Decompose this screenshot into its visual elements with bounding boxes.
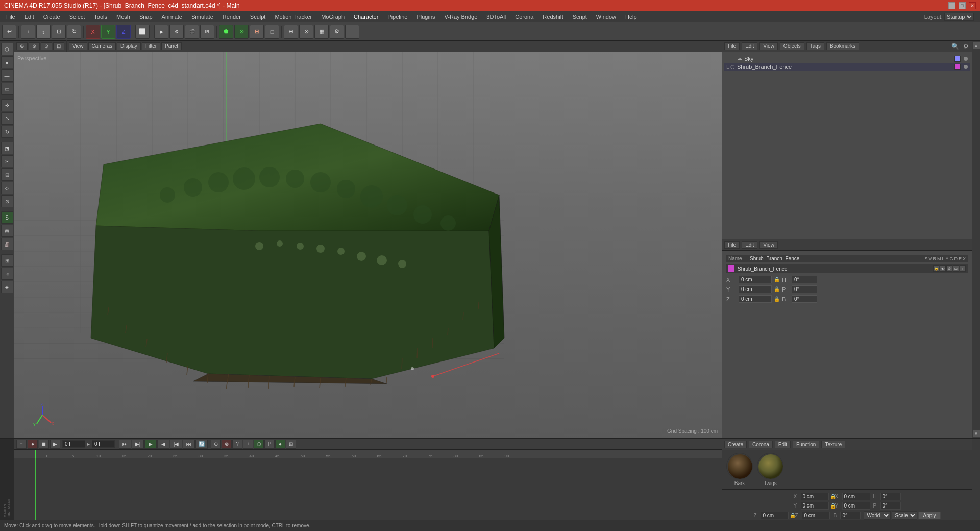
menu-tools[interactable]: Tools (90, 13, 111, 21)
pb-mode-4[interactable]: + (243, 440, 253, 449)
extra-button[interactable]: ≡ (345, 25, 359, 39)
viewport-rotate-button[interactable]: ⊙ (234, 25, 249, 39)
rotate-button[interactable]: ↻ (67, 25, 81, 39)
tl-record-btn[interactable]: ● (28, 440, 38, 449)
viewport-move-button[interactable]: ⬟ (219, 25, 233, 39)
render-ir-button[interactable]: IR (200, 25, 214, 39)
attr-view-menu[interactable]: View (760, 241, 778, 249)
weld-tool-button[interactable]: ⊙ (1, 195, 13, 207)
om-view-menu[interactable]: View (760, 42, 778, 50)
viewport-scale-button[interactable]: ⊞ (250, 25, 264, 39)
me-edit-menu[interactable]: Edit (775, 441, 791, 448)
axis-x-button[interactable]: X (86, 25, 100, 39)
menu-edit[interactable]: Edit (20, 13, 38, 21)
enable-axis-button[interactable]: ⊗ (299, 25, 313, 39)
render-to-view-button[interactable]: ▶ (154, 25, 168, 39)
render-queue-button[interactable]: 🎬 (185, 25, 199, 39)
mode-object-button[interactable]: ⬡ (1, 43, 13, 55)
weight-tool-button[interactable]: W (1, 225, 13, 237)
new-object-button[interactable]: + (21, 25, 35, 39)
om-file-menu[interactable]: File (724, 42, 740, 50)
tl-stop-btn[interactable]: ⏹ (39, 440, 49, 449)
menu-help[interactable]: Help (621, 13, 641, 21)
axis-z-button[interactable]: Z (116, 25, 131, 39)
attr-b-input[interactable] (792, 295, 817, 303)
mode-polygon-button[interactable]: ▭ (1, 83, 13, 95)
attr-y-input[interactable] (739, 285, 772, 293)
om-objects-menu[interactable]: Objects (780, 42, 804, 50)
pb-start-btn[interactable]: ⏮ (183, 440, 195, 449)
attr-h-input[interactable] (792, 276, 817, 283)
tl-frame-input[interactable] (62, 440, 85, 448)
menu-create[interactable]: Create (39, 13, 64, 21)
menu-vray[interactable]: V-Ray Bridge (440, 13, 482, 21)
viewport-3d[interactable]: Perspective Grid Spacing : 100 cm X Y Z (14, 52, 722, 438)
coord-z-field[interactable] (761, 512, 789, 519)
menu-character[interactable]: Character (350, 13, 382, 21)
om-gear-icon[interactable]: ⚙ (963, 43, 970, 50)
vp-nav-2[interactable]: ⊗ (29, 42, 40, 50)
rotate-tool-button[interactable]: ↻ (1, 126, 13, 138)
attr-file-menu[interactable]: File (724, 241, 740, 249)
pb-end-btn[interactable]: ⏭ (119, 440, 131, 449)
vp-nav-3[interactable]: ⊙ (41, 42, 52, 50)
texture-tool-button[interactable]: ◈ (1, 281, 13, 293)
scale-tool-button[interactable]: ⤡ (1, 112, 13, 125)
viewport-display-button[interactable]: □ (265, 25, 279, 39)
close-button[interactable]: ✕ (969, 2, 976, 9)
vp-panel-menu[interactable]: Panel (161, 42, 182, 50)
attr-p-input[interactable] (792, 285, 817, 293)
menu-mograph[interactable]: MoGraph (317, 13, 349, 21)
coord-p-field[interactable] (880, 502, 901, 510)
hair-tool-button[interactable]: ≋ (1, 268, 13, 280)
tl-menu-btn[interactable]: ≡ (16, 440, 27, 449)
coord-x-field[interactable] (801, 493, 829, 500)
config-button[interactable]: ⚙ (330, 25, 344, 39)
pb-prev-btn[interactable]: |◀ (170, 440, 182, 449)
cs-up-btn[interactable]: ▲ (973, 42, 980, 49)
menu-simulate[interactable]: Simulate (187, 13, 217, 21)
select-all-button[interactable]: ⬜ (135, 25, 150, 39)
grid-tool-button[interactable]: ⊞ (1, 254, 13, 267)
menu-pipeline[interactable]: Pipeline (383, 13, 411, 21)
attr-icon-m[interactable]: M (953, 266, 959, 272)
pb-mode-7[interactable]: ● (275, 440, 285, 449)
bevel-tool-button[interactable]: ◇ (1, 182, 13, 194)
menu-script[interactable]: Script (569, 13, 591, 21)
extrude-tool-button[interactable]: ⊟ (1, 168, 13, 181)
pb-loop-btn[interactable]: 🔄 (195, 440, 208, 449)
vp-cameras-menu[interactable]: Cameras (88, 42, 116, 50)
vp-filter-menu[interactable]: Filter (142, 42, 160, 50)
menu-file[interactable]: File (2, 13, 19, 21)
menu-redshift[interactable]: Redshift (538, 13, 567, 21)
attr-icon-eye[interactable]: 👁 (940, 266, 946, 272)
menu-animate[interactable]: Animate (158, 13, 186, 21)
tl-play-btn[interactable]: ▶ (50, 440, 60, 449)
undo-button[interactable]: ↩ (2, 25, 16, 39)
world-dropdown[interactable]: World Object World (864, 511, 891, 520)
mode-edge-button[interactable]: — (1, 69, 13, 82)
sculpt-tool-button[interactable]: 🗿 (1, 238, 13, 250)
minimize-button[interactable]: — (948, 2, 955, 9)
selection-tool-button[interactable]: ⬔ (1, 142, 13, 154)
menu-select[interactable]: Select (65, 13, 89, 21)
attr-edit-menu[interactable]: Edit (742, 241, 757, 249)
axis-y-button[interactable]: Y (101, 25, 115, 39)
om-bookmarks-menu[interactable]: Bookmarks (826, 42, 859, 50)
tl-endframe-input[interactable] (92, 440, 115, 448)
attr-x-input[interactable] (739, 276, 772, 283)
scale-button[interactable]: ⊡ (52, 25, 66, 39)
vp-nav-1[interactable]: ⊕ (16, 42, 28, 50)
pb-play-rev-btn[interactable]: ◀ (157, 440, 169, 449)
menu-snap[interactable]: Snap (135, 13, 157, 21)
render-settings-button[interactable]: ⚙ (169, 25, 184, 39)
snap-toggle-button[interactable]: ⊕ (284, 25, 298, 39)
coord-y-field[interactable] (801, 502, 829, 510)
menu-plugins[interactable]: Plugins (412, 13, 439, 21)
attr-icon-lock[interactable]: 🔒 (933, 266, 939, 272)
pb-next-btn[interactable]: ▶| (132, 440, 144, 449)
menu-render[interactable]: Render (218, 13, 245, 21)
playhead[interactable] (35, 458, 36, 520)
coord-y2-field[interactable] (842, 502, 870, 510)
knife-tool-button[interactable]: ✂ (1, 155, 13, 167)
